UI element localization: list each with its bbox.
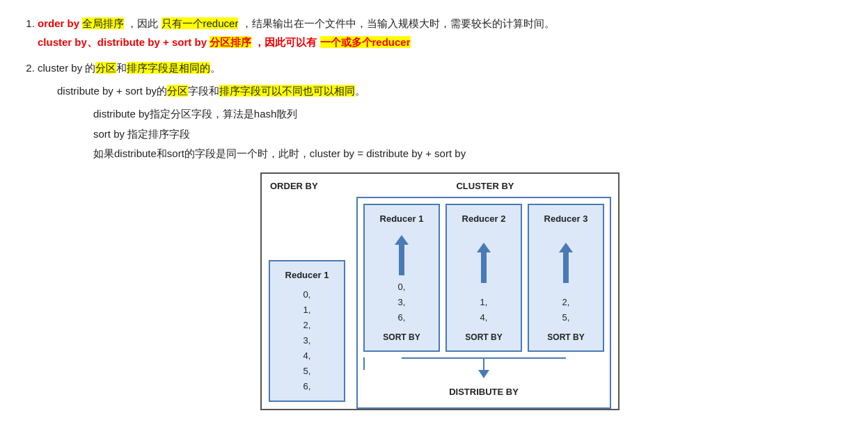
sort-by-3: SORT BY [547,330,584,346]
highlight-reducer: 只有一个reducer [161,17,239,29]
cluster-distribute-text: cluster by、distribute by + sort by [38,36,207,48]
list-item-1: order by 全局排序 ，因此 只有一个reducer ，结果输出在一个文件… [38,14,842,51]
indent-1: distribute by指定分区字段，算法是hash散列 [93,104,842,124]
cluster-by-label: CLUSTER BY [352,173,619,197]
text-period: 。 [210,62,221,74]
highlight-sort-same: 排序字段是相同的 [127,62,210,74]
main-content: order by 全局排序 ，因此 只有一个reducer ，结果输出在一个文件… [21,14,842,410]
cluster-reducer3-title: Reducer 3 [544,211,588,227]
text-1: ，因此 [127,17,158,29]
distribute-para: distribute by + sort by的分区字段和排序字段可以不同也可以… [57,81,842,100]
highlight-fenqu: 分区 [95,62,116,74]
distribute-by-label: DISTRIBUTE BY [363,382,604,401]
sort-by-2: SORT BY [465,330,502,346]
sort-by-1: SORT BY [383,330,420,346]
cluster-reducer2-values: 1,4, [480,295,488,325]
reducer1-values: 0,1,2,3,4,5,6, [280,287,334,395]
highlight-multi-reducer: 一个或多个reducer [320,36,411,48]
cluster-by-text: cluster by 的 [38,62,95,74]
indent-2: sort by 指定排序字段 [93,124,842,145]
text-and: 和 [116,62,127,74]
cluster-reducer2-title: Reducer 2 [462,211,506,227]
dist-text1: distribute by + sort by的 [57,85,167,97]
distribute-connector [363,357,604,378]
highlight-quanju: 全局排序 [82,17,124,29]
reducer1-title: Reducer 1 [280,267,334,283]
cluster-reducer3-values: 2,5, [562,295,570,325]
diagram-wrapper: ORDER BY CLUSTER BY Reducer 1 0,1,2,3,4,… [38,172,842,410]
dist-highlight1: 分区 [167,85,188,97]
list-item-2: cluster by 的分区和排序字段是相同的。 distribute by +… [38,58,842,410]
order-by-text: order by [38,17,79,29]
order-by-label: ORDER BY [261,173,352,197]
indent-3: 如果distribute和sort的字段是同一个时，此时，cluster by … [93,144,842,164]
text-2: ，结果输出在一个文件中，当输入规模大时，需要较长的计算时间。 [242,17,555,29]
cluster-reducer1-title: Reducer 1 [380,211,424,227]
dist-text2: 字段和 [188,85,219,97]
cluster-reducer1-values: 0,3,6, [398,280,406,325]
text-4: ，因此可以有 [254,36,317,48]
dist-text3: 。 [355,85,365,97]
dist-highlight2: 排序字段可以不同也可以相同 [219,85,355,97]
highlight-fenzhai: 分区排序 [210,36,251,48]
